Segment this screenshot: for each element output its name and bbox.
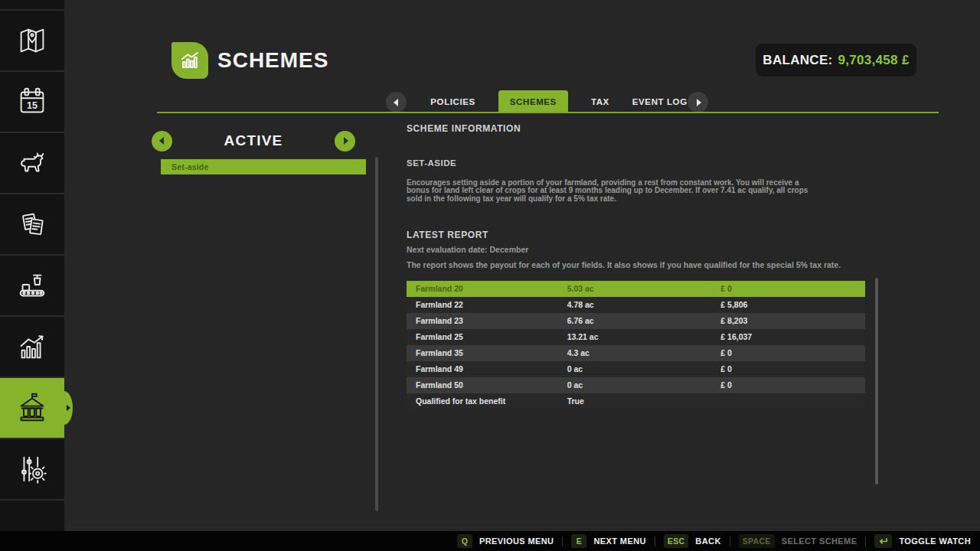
report-table: Farmland 20 5.03 ac £ 0 Farmland 22 4.78… [407,281,865,409]
keybind-select-scheme: SPACE SELECT SCHEME [739,534,858,548]
row-field: Farmland 23 [416,313,463,329]
tab-schemes[interactable]: SCHEMES [498,90,568,113]
row-area: 5.03 ac [567,281,594,297]
table-row[interactable]: Qualified for tax benefit True [407,393,865,409]
separator [730,536,730,546]
sidebar: 15 [0,0,64,531]
row-payout: £ 5,806 [720,297,747,313]
schemes-page-icon [172,42,208,79]
documents-icon [15,207,50,242]
keybind-bar: Q PREVIOUS MENU E NEXT MENU ESC BACK SPA… [0,531,980,551]
tab-policies[interactable]: POLICIES [430,90,475,113]
calendar-icon: 15 [15,84,50,119]
map-icon [15,23,50,58]
tab-bar: POLICIES SCHEMES TAX EVENT LOG [157,90,939,113]
sidebar-item-map[interactable] [0,11,64,72]
sidebar-item-animals[interactable] [0,133,64,194]
table-row[interactable]: Farmland 20 5.03 ac £ 0 [407,281,865,297]
right-arrow-icon [344,137,348,145]
tabs-prev-button[interactable] [386,92,407,112]
tab-underline [157,112,939,113]
bank-icon [15,390,50,425]
row-payout: £ 0 [720,281,732,297]
key-space: SPACE [739,534,775,548]
report-scrollbar[interactable] [875,278,878,484]
left-arrow-icon [394,99,398,106]
tab-tax[interactable]: TAX [591,90,609,113]
keybind-back: ESC BACK [664,534,721,548]
keybind-label: BACK [695,536,720,546]
report-note: The report shows the payout for each of … [407,260,841,269]
left-arrow-icon [159,137,164,145]
sidebar-item-partial-top [0,0,64,11]
statistics-icon [15,329,50,364]
row-field: Farmland 22 [416,297,463,313]
active-panel-header: ACTIVE [152,130,355,152]
row-field: Farmland 50 [416,377,463,393]
separator [562,536,563,546]
row-area: 4.3 ac [567,345,590,361]
keybind-label: TOGGLE WATCH [899,536,971,546]
row-field: Farmland 35 [416,345,463,361]
key-esc: ESC [664,534,689,548]
sidebar-item-finances[interactable] [0,378,64,439]
key-e: E [571,534,586,548]
row-area: 0 ac [567,377,583,393]
table-row[interactable]: Farmland 22 4.78 ac £ 5,806 [407,297,865,313]
table-row[interactable]: Farmland 50 0 ac £ 0 [407,377,865,393]
table-row[interactable]: Farmland 35 4.3 ac £ 0 [407,345,865,361]
row-payout: £ 0 [720,345,732,361]
key-q: Q [457,534,472,548]
sidebar-item-production[interactable] [0,256,64,317]
row-payout: £ 8,203 [720,313,747,329]
row-payout: £ 0 [720,377,732,393]
row-area: 0 ac [567,361,583,377]
scheme-list-scrollbar[interactable] [375,157,378,511]
separator [655,536,655,546]
scheme-list-item-set-aside[interactable]: Set-aside [161,159,366,174]
active-next-button[interactable] [335,131,355,152]
calendar-day-label: 15 [27,100,38,111]
keybind-toggle-watch: TOGGLE WATCH [874,534,971,548]
sidebar-item-prices[interactable] [0,194,64,256]
sidebar-item-partial-bottom [0,500,64,531]
row-field: Farmland 25 [416,329,463,345]
row-field: Farmland 20 [416,281,463,297]
row-field: Farmland 49 [416,361,463,377]
settings-icon [15,452,50,487]
enter-key-icon [874,534,892,548]
balance-badge: BALANCE: 9,703,458 £ [756,44,916,77]
scheme-name-heading: SET-ASIDE [407,158,456,168]
keybind-label: PREVIOUS MENU [479,536,554,546]
active-prev-button[interactable] [152,131,172,152]
keybind-label: SELECT SCHEME [782,536,858,546]
table-row[interactable]: Farmland 23 6.76 ac £ 8,203 [407,313,865,329]
tabs: POLICIES SCHEMES TAX EVENT LOG [417,90,701,113]
active-item-arrow [67,405,70,411]
row-field: Qualified for tax benefit [416,393,505,409]
table-row[interactable]: Farmland 49 0 ac £ 0 [407,361,865,377]
tab-event-log[interactable]: EVENT LOG [632,90,688,113]
report-next-evaluation: Next evaluation date: December [407,245,528,254]
row-area: True [567,393,584,409]
row-payout: £ 0 [720,361,732,377]
right-arrow-icon [697,99,701,106]
row-payout: £ 16,037 [720,329,752,345]
schemes-screen: 15 [0,0,980,551]
chart-bubble-icon [177,47,203,73]
balance-label: BALANCE: [763,53,832,68]
keybind-previous-menu: Q PREVIOUS MENU [457,534,554,548]
row-area: 4.78 ac [567,297,594,313]
tabs-next-button[interactable] [688,92,708,112]
row-area: 13.21 ac [567,329,599,345]
cow-icon [15,145,50,181]
keybind-next-menu: E NEXT MENU [571,534,645,548]
production-icon [15,268,50,303]
scheme-description: Encourages setting aside a portion of yo… [407,179,824,203]
sidebar-item-calendar[interactable]: 15 [0,72,64,133]
sidebar-item-statistics[interactable] [0,317,64,378]
separator [865,536,866,546]
sidebar-item-settings[interactable] [0,439,64,500]
table-row[interactable]: Farmland 25 13.21 ac £ 16,037 [407,329,865,345]
report-title: LATEST REPORT [407,230,488,240]
